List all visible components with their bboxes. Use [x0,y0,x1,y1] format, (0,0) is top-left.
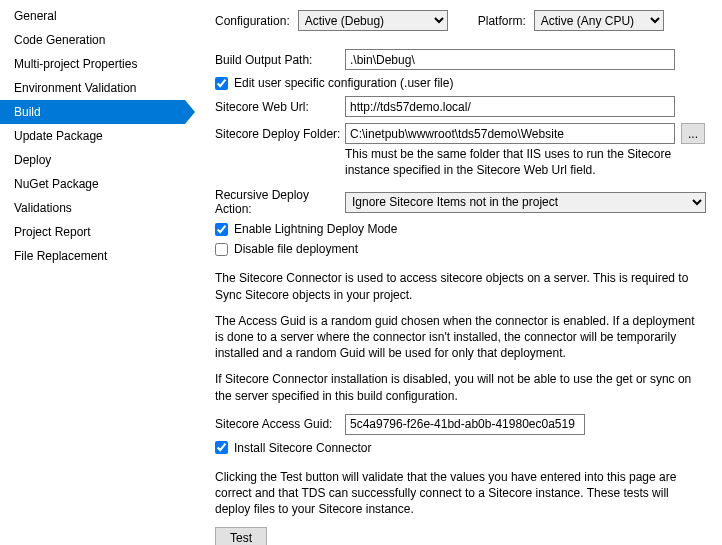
build-output-path-label: Build Output Path: [215,53,345,67]
install-disabled-description: If Sitecore Connector installation is di… [215,371,706,403]
main-panel: Configuration: Active (Debug) Platform: … [185,0,722,545]
sitecore-deploy-folder-label: Sitecore Deploy Folder: [215,127,345,141]
sidebar-item-nuget-package[interactable]: NuGet Package [0,172,185,196]
test-button[interactable]: Test [215,527,267,545]
install-sitecore-connector-checkbox[interactable] [215,441,228,454]
disable-file-deployment-checkbox[interactable] [215,243,228,256]
sidebar-item-code-generation[interactable]: Code Generation [0,28,185,52]
recursive-deploy-action-select[interactable]: Ignore Sitecore Items not in the project [345,192,706,213]
sidebar-item-multi-project-properties[interactable]: Multi-project Properties [0,52,185,76]
disable-file-deployment-label: Disable file deployment [234,242,358,256]
connector-description: The Sitecore Connector is used to access… [215,270,706,302]
sidebar-item-file-replacement[interactable]: File Replacement [0,244,185,268]
build-output-path-input[interactable] [345,49,675,70]
test-description: Clicking the Test button will validate t… [215,469,706,518]
sidebar-item-update-package[interactable]: Update Package [0,124,185,148]
sidebar-item-general[interactable]: General [0,4,185,28]
sidebar-item-deploy[interactable]: Deploy [0,148,185,172]
edit-user-config-label: Edit user specific configuration (.user … [234,76,453,90]
browse-folder-button[interactable]: ... [681,123,705,144]
enable-lightning-label: Enable Lightning Deploy Mode [234,222,397,236]
configuration-select[interactable]: Active (Debug) [298,10,448,31]
platform-select[interactable]: Active (Any CPU) [534,10,664,31]
recursive-deploy-action-label: Recursive Deploy Action: [215,188,345,216]
edit-user-config-checkbox[interactable] [215,77,228,90]
sitecore-web-url-input[interactable] [345,96,675,117]
configuration-label: Configuration: [215,14,290,28]
sidebar-item-build[interactable]: Build [0,100,185,124]
enable-lightning-checkbox[interactable] [215,223,228,236]
sidebar-item-environment-validation[interactable]: Environment Validation [0,76,185,100]
platform-label: Platform: [478,14,526,28]
access-guid-description: The Access Guid is a random guid chosen … [215,313,706,362]
sidebar: General Code Generation Multi-project Pr… [0,0,185,545]
install-sitecore-connector-label: Install Sitecore Connector [234,441,371,455]
sitecore-access-guid-input[interactable] [345,414,585,435]
sidebar-item-project-report[interactable]: Project Report [0,220,185,244]
sitecore-web-url-label: Sitecore Web Url: [215,100,345,114]
sidebar-item-validations[interactable]: Validations [0,196,185,220]
sitecore-access-guid-label: Sitecore Access Guid: [215,417,345,431]
deploy-folder-hint: This must be the same folder that IIS us… [345,146,706,178]
sitecore-deploy-folder-input[interactable] [345,123,675,144]
